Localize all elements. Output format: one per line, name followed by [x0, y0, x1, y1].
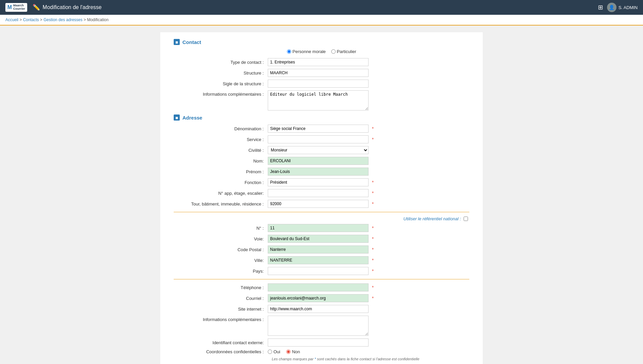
ville-input[interactable] [268, 256, 369, 264]
type-contact-field [268, 58, 469, 66]
denomination-field: * [268, 125, 469, 133]
no-row: N° : * [174, 224, 469, 232]
voie-field: * [268, 235, 469, 243]
logo[interactable]: M Maarch Courrier [5, 3, 27, 12]
denomination-input[interactable] [268, 125, 369, 133]
no-input[interactable] [268, 224, 369, 232]
radio-non-input[interactable] [286, 350, 291, 354]
service-field: * [268, 135, 469, 143]
courriel-row: Courriel : * [174, 294, 469, 302]
type-contact-row: Type de contact : [174, 58, 469, 66]
telephone-label: Téléphone : [174, 285, 268, 290]
structure-input[interactable] [268, 69, 369, 77]
prenom-input[interactable] [268, 168, 369, 176]
form-wrapper: ◼ Contact Personne morale Particulier Ty… [160, 32, 483, 364]
contact-section-title: Contact [182, 39, 201, 45]
code-postal-row: Code Postal : * [174, 245, 469, 254]
nom-row: Nom: [174, 157, 469, 165]
site-label: Site internet : [174, 307, 268, 312]
tour-required: * [372, 201, 374, 207]
pays-input[interactable] [268, 267, 369, 275]
radio-oui-label: Oui [273, 349, 280, 354]
edit-icon: ✏️ [33, 4, 40, 11]
contact-section-icon: ◼ [174, 39, 180, 45]
telephone-required: * [372, 285, 374, 290]
fonction-field: * [268, 178, 469, 186]
voie-input[interactable] [268, 235, 369, 243]
pays-label: Pays: [174, 269, 268, 274]
sigle-input[interactable] [268, 80, 369, 88]
type-contact-input[interactable] [268, 58, 369, 66]
divider-2 [174, 279, 469, 279]
main-content: ◼ Contact Personne morale Particulier Ty… [154, 26, 489, 364]
nom-label: Nom: [174, 158, 268, 164]
identifiant-field [268, 338, 469, 347]
contact-section-header: ◼ Contact [174, 39, 469, 45]
info-comp2-label: Informations complémentaires : [174, 316, 268, 322]
radio-oui-input[interactable] [268, 350, 272, 354]
radio-particulier-input[interactable] [331, 49, 336, 54]
service-input[interactable] [268, 135, 369, 143]
telephone-input[interactable] [268, 283, 369, 291]
conf-note: Les champs marques par * sont cachés dan… [268, 357, 469, 361]
no-label: N° : [174, 226, 268, 231]
telephone-field: * [268, 283, 469, 291]
apps-icon[interactable]: ⊞ [598, 4, 603, 11]
radio-non[interactable]: Non [286, 349, 300, 354]
avatar-icon: 👤 [609, 5, 614, 10]
user-menu[interactable]: 👤 S. ADMIN [607, 3, 638, 12]
avatar: 👤 [607, 3, 616, 12]
code-postal-input[interactable] [268, 245, 369, 254]
telephone-row: Téléphone : * [174, 283, 469, 291]
info-comp2-textarea[interactable] [268, 316, 369, 336]
site-row: Site internet : [174, 305, 469, 313]
breadcrumb-gestion[interactable]: Gestion des adresses [43, 17, 82, 22]
contact-type-radio-row: Personne morale Particulier [174, 49, 469, 54]
page-title-header: ✏️ Modification de l'adresse [33, 4, 102, 11]
service-row: Service : * [174, 135, 469, 143]
fonction-input[interactable] [268, 178, 369, 186]
info-comp-textarea[interactable]: Editeur du logiciel libre Maarch [268, 90, 369, 110]
no-app-input[interactable] [268, 189, 369, 197]
radio-oui[interactable]: Oui [268, 349, 280, 354]
breadcrumb-contacts[interactable]: Contacts [23, 17, 39, 22]
logo-box: M Maarch Courrier [5, 3, 27, 12]
identifiant-input[interactable] [268, 338, 369, 347]
courriel-required: * [372, 295, 374, 301]
civilite-label: Civilité : [174, 148, 268, 153]
fonction-row: Fonction : * [174, 178, 469, 186]
service-label: Service : [174, 137, 268, 142]
radio-particulier[interactable]: Particulier [331, 49, 356, 54]
header-title-text: Modification de l'adresse [43, 4, 102, 10]
prenom-field [268, 168, 469, 176]
tour-label: Tour, bâtiment, immeuble, résidence : [174, 201, 268, 207]
nat-ref-checkbox[interactable] [464, 217, 468, 221]
nom-input[interactable] [268, 157, 369, 165]
user-name: S. ADMIN [618, 5, 638, 10]
civilite-select[interactable]: Monsieur Madame Mademoiselle [268, 146, 369, 154]
tour-row: Tour, bâtiment, immeuble, résidence : * [174, 200, 469, 208]
code-postal-label: Code Postal : [174, 247, 268, 252]
tour-field: * [268, 200, 469, 208]
radio-personne-morale-label: Personne morale [293, 49, 326, 54]
radio-personne-morale[interactable]: Personne morale [287, 49, 326, 54]
sigle-field [268, 80, 469, 88]
no-required: * [372, 225, 374, 231]
sigle-label: Sigle de la structure : [174, 81, 268, 86]
denomination-required: * [372, 126, 374, 131]
courriel-input[interactable] [268, 294, 369, 302]
divider-1 [174, 212, 469, 212]
no-field: * [268, 224, 469, 232]
code-postal-field: * [268, 245, 469, 254]
site-input[interactable] [268, 305, 369, 313]
address-section-title: Adresse [182, 115, 202, 121]
radio-personne-morale-input[interactable] [287, 49, 291, 54]
breadcrumb-home[interactable]: Accueil [5, 17, 18, 22]
nat-ref-row: Utiliser le référentiel national : [174, 216, 469, 221]
courriel-field: * [268, 294, 469, 302]
nat-ref-label: Utiliser le référentiel national : [403, 216, 461, 221]
tour-input[interactable] [268, 200, 369, 208]
coordonnees-field: Oui Non [268, 349, 469, 354]
nom-field [268, 157, 469, 165]
voie-label: Voie: [174, 236, 268, 241]
